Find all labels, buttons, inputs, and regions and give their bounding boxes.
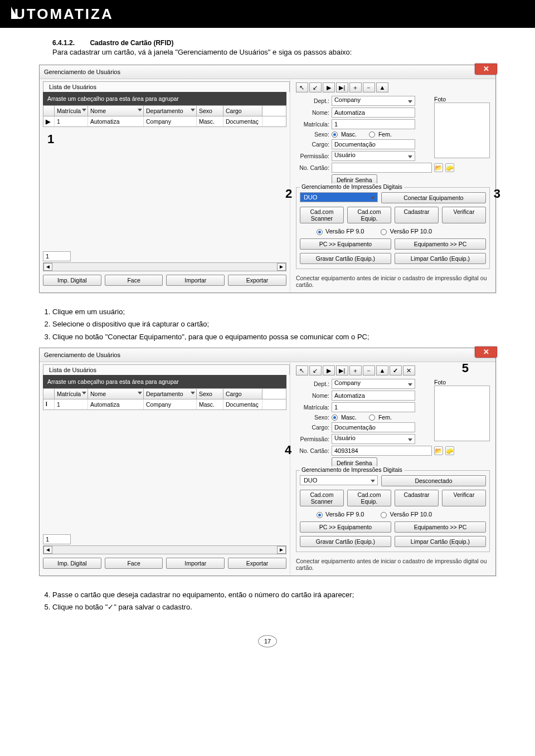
scroll-right-icon[interactable]: ► bbox=[277, 546, 286, 554]
erase-icon[interactable]: 🧽 bbox=[445, 163, 454, 172]
chevron-down-icon[interactable] bbox=[82, 109, 86, 111]
col-nome[interactable]: Nome bbox=[88, 389, 144, 399]
pc-eq-button[interactable]: PC >> Equipamento bbox=[300, 238, 391, 250]
nav-add[interactable]: ＋ bbox=[349, 365, 362, 375]
importar-button[interactable]: Importar bbox=[166, 275, 225, 286]
col-sexo[interactable]: Sexo bbox=[197, 389, 223, 399]
radio-fp10[interactable] bbox=[381, 512, 387, 518]
erase-icon[interactable]: 🧽 bbox=[445, 446, 454, 455]
gravar-cartao-button[interactable]: Gravar Cartão (Equip.) bbox=[300, 536, 391, 547]
imp-digital-button[interactable]: Imp. Digital bbox=[43, 558, 101, 569]
nav-add[interactable]: ＋ bbox=[349, 82, 362, 92]
nav-first[interactable]: ↖ bbox=[296, 82, 308, 92]
chevron-down-icon[interactable] bbox=[191, 109, 195, 111]
table-row[interactable]: I 1 Automatiza Company Masc. Documentaç bbox=[43, 399, 286, 410]
cad-scanner-button[interactable]: Cad.com Scanner bbox=[300, 490, 344, 506]
cadastrar-button[interactable]: Cadastrar bbox=[395, 490, 439, 506]
cad-equip-button[interactable]: Cad.com Equip. bbox=[347, 490, 391, 506]
chevron-down-icon[interactable] bbox=[138, 109, 142, 111]
face-button[interactable]: Face bbox=[105, 275, 163, 286]
nav-del[interactable]: － bbox=[363, 82, 375, 92]
page-input[interactable] bbox=[43, 534, 71, 544]
cadastrar-button[interactable]: Cadastrar bbox=[395, 207, 439, 223]
nav-next[interactable]: ▶ bbox=[323, 365, 335, 375]
radio-fem[interactable] bbox=[369, 131, 375, 138]
horizontal-scrollbar[interactable]: ◄ ► bbox=[43, 545, 286, 554]
nav-prev[interactable]: ↙ bbox=[309, 365, 322, 375]
verificar-button[interactable]: Verificar bbox=[442, 207, 486, 223]
nav-prev[interactable]: ↙ bbox=[309, 82, 322, 92]
col-nome[interactable]: Nome bbox=[88, 106, 144, 116]
col-cargo[interactable]: Cargo bbox=[223, 106, 262, 116]
radio-masc[interactable] bbox=[332, 414, 338, 421]
permissao-select[interactable]: Usuário bbox=[332, 434, 415, 444]
exportar-button[interactable]: Exportar bbox=[228, 275, 286, 286]
foto-box[interactable] bbox=[434, 386, 490, 441]
gravar-cartao-button[interactable]: Gravar Cartão (Equip.) bbox=[300, 253, 391, 264]
dept-select[interactable]: Company bbox=[332, 379, 415, 389]
importar-button[interactable]: Importar bbox=[166, 558, 225, 569]
col-cargo[interactable]: Cargo bbox=[223, 389, 262, 399]
nav-del[interactable]: － bbox=[363, 365, 375, 375]
cad-scanner-button[interactable]: Cad.com Scanner bbox=[300, 207, 344, 223]
face-button[interactable]: Face bbox=[105, 558, 163, 569]
eq-pc-button[interactable]: Equipamento >> PC bbox=[395, 521, 486, 533]
eq-pc-button[interactable]: Equipamento >> PC bbox=[395, 238, 486, 250]
chevron-down-icon[interactable] bbox=[191, 392, 195, 394]
fp-device-select[interactable]: DUO bbox=[300, 475, 378, 485]
col-matricula[interactable]: Matrícula bbox=[55, 106, 88, 116]
chevron-down-icon[interactable] bbox=[138, 392, 142, 394]
col-dept[interactable]: Departamento bbox=[144, 389, 197, 399]
no-cartao-field[interactable] bbox=[332, 163, 432, 173]
imp-digital-button[interactable]: Imp. Digital bbox=[43, 275, 101, 286]
scroll-right-icon[interactable]: ► bbox=[277, 263, 286, 271]
no-cartao-field[interactable] bbox=[332, 446, 432, 456]
open-icon[interactable]: 📂 bbox=[434, 446, 443, 455]
desconectado-button[interactable]: Desconectado bbox=[381, 475, 486, 486]
permissao-select[interactable]: Usuário bbox=[332, 151, 415, 161]
pc-eq-button[interactable]: PC >> Equipamento bbox=[300, 521, 391, 533]
matricula-field[interactable] bbox=[332, 119, 415, 129]
horizontal-scrollbar[interactable]: ◄ ► bbox=[43, 262, 286, 271]
tab-user-list[interactable]: Lista de Usuários bbox=[43, 81, 290, 92]
close-icon[interactable]: ✕ bbox=[475, 347, 497, 358]
limpar-cartao-button[interactable]: Limpar Cartão (Equip.) bbox=[395, 253, 486, 264]
nav-edit[interactable]: ▲ bbox=[376, 82, 388, 92]
conectar-equip-button[interactable]: Conectar Equipamento bbox=[381, 192, 486, 203]
close-icon[interactable]: ✕ bbox=[475, 64, 497, 75]
dept-select[interactable]: Company bbox=[332, 96, 415, 106]
radio-fp9[interactable] bbox=[317, 229, 323, 235]
verificar-button[interactable]: Verificar bbox=[442, 490, 486, 506]
matricula-field[interactable] bbox=[332, 402, 415, 412]
nav-first[interactable]: ↖ bbox=[296, 365, 308, 375]
scroll-left-icon[interactable]: ◄ bbox=[43, 263, 52, 271]
foto-box[interactable] bbox=[434, 103, 490, 158]
cad-equip-button[interactable]: Cad.com Equip. bbox=[347, 207, 391, 223]
tab-user-list[interactable]: Lista de Usuários bbox=[43, 364, 290, 375]
fp-device-select[interactable]: DUO bbox=[300, 192, 378, 202]
page-input[interactable] bbox=[43, 251, 71, 261]
radio-fem[interactable] bbox=[369, 414, 375, 421]
chevron-down-icon[interactable] bbox=[82, 392, 86, 394]
cargo-field[interactable] bbox=[332, 422, 415, 432]
nav-save[interactable]: ✓ bbox=[390, 365, 402, 375]
nome-field[interactable] bbox=[332, 108, 415, 118]
nav-cancel[interactable]: ✕ bbox=[403, 365, 415, 375]
open-icon[interactable]: 📂 bbox=[434, 163, 443, 172]
limpar-cartao-button[interactable]: Limpar Cartão (Equip.) bbox=[395, 536, 486, 547]
nome-field[interactable] bbox=[332, 391, 415, 401]
cargo-field[interactable] bbox=[332, 139, 415, 149]
exportar-button[interactable]: Exportar bbox=[228, 558, 286, 569]
radio-masc[interactable] bbox=[332, 131, 338, 138]
nav-last[interactable]: ▶| bbox=[336, 82, 348, 92]
radio-fp9[interactable] bbox=[317, 512, 323, 518]
scroll-left-icon[interactable]: ◄ bbox=[43, 546, 52, 554]
col-sexo[interactable]: Sexo bbox=[197, 106, 223, 116]
nav-last[interactable]: ▶| bbox=[336, 365, 348, 375]
table-row[interactable]: ▶ 1 Automatiza Company Masc. Documentaç bbox=[43, 116, 286, 127]
col-matricula[interactable]: Matrícula bbox=[55, 389, 88, 399]
nav-edit[interactable]: ▲ bbox=[376, 365, 388, 375]
radio-fp10[interactable] bbox=[381, 229, 387, 235]
nav-next[interactable]: ▶ bbox=[323, 82, 335, 92]
col-dept[interactable]: Departamento bbox=[144, 106, 197, 116]
